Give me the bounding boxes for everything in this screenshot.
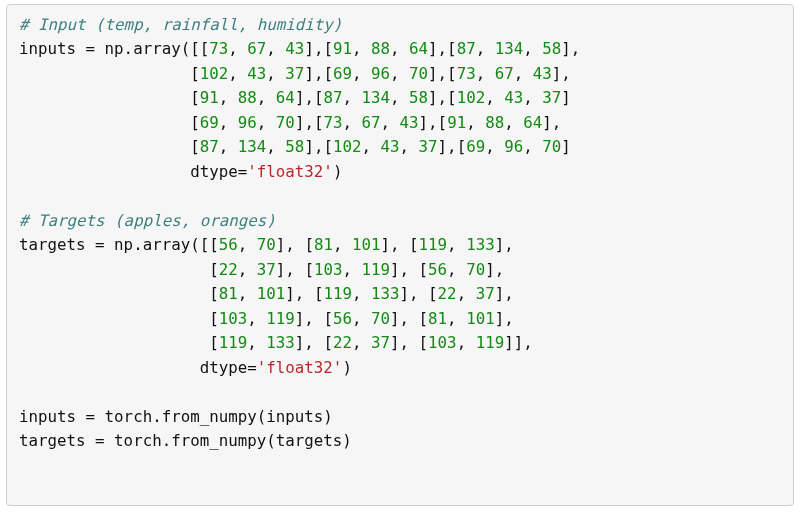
number: 43 [247, 64, 266, 83]
number: 102 [200, 64, 229, 83]
number: 102 [457, 88, 486, 107]
number: 37 [285, 64, 304, 83]
number: 22 [438, 284, 457, 303]
number: 70 [276, 113, 295, 132]
number: 103 [428, 333, 457, 352]
number: 37 [257, 260, 276, 279]
comment-targets: # Targets (apples, oranges) [19, 211, 276, 230]
number: 81 [314, 235, 333, 254]
code-text: dtype= [200, 358, 257, 377]
number: 87 [200, 137, 219, 156]
number: 58 [409, 88, 428, 107]
number: 119 [361, 260, 390, 279]
number: 101 [257, 284, 286, 303]
number: 43 [285, 39, 304, 58]
number: 43 [533, 64, 552, 83]
number: 43 [400, 113, 419, 132]
number: 87 [323, 88, 342, 107]
code-line: inputs = torch.from_numpy(inputs) [19, 407, 333, 426]
number: 96 [238, 113, 257, 132]
number: 56 [219, 235, 238, 254]
number: 91 [200, 88, 219, 107]
number: 56 [428, 260, 447, 279]
number: 43 [504, 88, 523, 107]
number: 22 [333, 333, 352, 352]
number: 101 [466, 309, 495, 328]
number: 119 [219, 333, 248, 352]
number: 67 [495, 64, 514, 83]
code-cell: # Input (temp, rainfall, humidity) input… [6, 4, 794, 506]
number: 134 [361, 88, 390, 107]
number: 103 [219, 309, 248, 328]
number: 119 [323, 284, 352, 303]
number: 69 [333, 64, 352, 83]
code-text: inputs = np.array([[ [19, 39, 209, 58]
number: 119 [419, 235, 448, 254]
number: 67 [247, 39, 266, 58]
number: 88 [238, 88, 257, 107]
number: 88 [371, 39, 390, 58]
number: 102 [333, 137, 362, 156]
number: 133 [266, 333, 295, 352]
number: 101 [352, 235, 381, 254]
number: 67 [361, 113, 380, 132]
code-text: dtype= [190, 162, 247, 181]
string: 'float32' [257, 358, 343, 377]
number: 37 [542, 88, 561, 107]
number: 73 [323, 113, 342, 132]
number: 64 [276, 88, 295, 107]
number: 81 [219, 284, 238, 303]
number: 37 [476, 284, 495, 303]
number: 119 [266, 309, 295, 328]
number: 134 [238, 137, 267, 156]
number: 103 [314, 260, 343, 279]
number: 91 [447, 113, 466, 132]
number: 58 [542, 39, 561, 58]
number: 73 [209, 39, 228, 58]
number: 96 [504, 137, 523, 156]
number: 119 [476, 333, 505, 352]
number: 56 [333, 309, 352, 328]
number: 70 [257, 235, 276, 254]
number: 96 [371, 64, 390, 83]
number: 69 [466, 137, 485, 156]
number: 22 [219, 260, 238, 279]
number: 37 [371, 333, 390, 352]
number: 88 [485, 113, 504, 132]
code-text: targets = np.array([[ [19, 235, 219, 254]
number: 133 [371, 284, 400, 303]
number: 73 [457, 64, 476, 83]
number: 69 [200, 113, 219, 132]
number: 37 [419, 137, 438, 156]
number: 64 [409, 39, 428, 58]
string: 'float32' [247, 162, 333, 181]
comment-inputs: # Input (temp, rainfall, humidity) [19, 15, 342, 34]
number: 70 [466, 260, 485, 279]
code-line: targets = torch.from_numpy(targets) [19, 431, 352, 450]
number: 81 [428, 309, 447, 328]
number: 64 [523, 113, 542, 132]
number: 70 [542, 137, 561, 156]
number: 58 [285, 137, 304, 156]
number: 91 [333, 39, 352, 58]
number: 87 [457, 39, 476, 58]
number: 70 [409, 64, 428, 83]
number: 70 [371, 309, 390, 328]
number: 133 [466, 235, 495, 254]
number: 134 [495, 39, 524, 58]
number: 43 [381, 137, 400, 156]
